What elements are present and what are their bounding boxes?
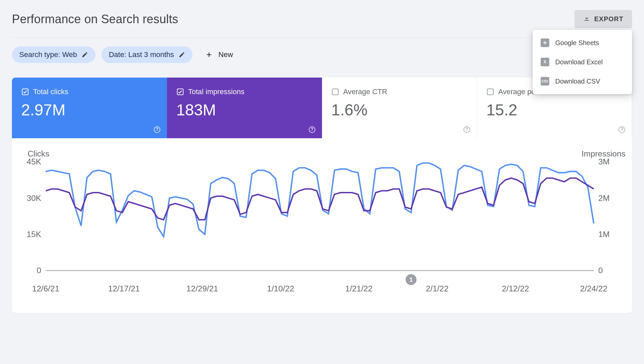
filter-chip-search-type[interactable]: Search type: Web — [12, 46, 95, 63]
checkbox-unchecked-icon — [486, 88, 494, 96]
performance-card: Total clicks 2.97M ? Total impressions 1… — [12, 78, 632, 313]
svg-text:2/24/22: 2/24/22 — [580, 284, 607, 293]
svg-rect-9 — [487, 89, 493, 95]
metric-title: Total clicks — [33, 88, 68, 96]
export-menu: + Google Sheets X Download Excel CSV Dow… — [533, 30, 632, 94]
svg-text:12/6/21: 12/6/21 — [32, 284, 59, 293]
page-title: Performance on Search results — [12, 12, 178, 26]
export-option-google-sheets[interactable]: + Google Sheets — [533, 33, 632, 52]
svg-text:0: 0 — [37, 266, 41, 275]
metric-title: Total impressions — [188, 88, 244, 96]
chart-svg: ClicksImpressions015K30K45K01M2M3M12/6/2… — [19, 148, 625, 302]
metric-total-clicks[interactable]: Total clicks 2.97M ? — [12, 78, 167, 138]
metric-value: 15.2 — [486, 101, 622, 119]
svg-text:Clicks: Clicks — [27, 149, 49, 158]
svg-text:1: 1 — [409, 276, 413, 283]
export-button[interactable]: EXPORT — [574, 10, 632, 28]
svg-text:30K: 30K — [27, 194, 41, 203]
menu-item-label: Download Excel — [555, 58, 603, 66]
svg-text:2M: 2M — [598, 194, 610, 203]
svg-text:12/17/21: 12/17/21 — [108, 284, 140, 293]
svg-text:2/12/22: 2/12/22 — [502, 284, 529, 293]
svg-text:?: ? — [465, 127, 468, 132]
svg-text:?: ? — [311, 127, 314, 132]
metric-value: 1.6% — [331, 101, 467, 119]
svg-text:45K: 45K — [27, 157, 41, 166]
help-icon[interactable]: ? — [463, 126, 471, 134]
svg-text:1M: 1M — [598, 230, 610, 239]
svg-rect-6 — [332, 89, 338, 95]
svg-text:Impressions: Impressions — [581, 149, 625, 158]
help-icon[interactable]: ? — [308, 126, 316, 134]
download-icon — [583, 15, 590, 24]
svg-text:?: ? — [156, 127, 159, 132]
checkbox-checked-icon — [176, 88, 184, 96]
plus-icon — [205, 51, 213, 59]
checkbox-unchecked-icon — [331, 88, 339, 96]
pencil-icon — [81, 51, 88, 58]
pencil-icon — [179, 51, 185, 58]
export-label: EXPORT — [594, 15, 623, 23]
export-option-download-excel[interactable]: X Download Excel — [533, 52, 632, 72]
metric-total-impressions[interactable]: Total impressions 183M ? — [167, 78, 322, 138]
filter-chip-label: Date: Last 3 months — [109, 50, 174, 59]
metric-title: Average CTR — [343, 88, 387, 96]
svg-text:2/1/22: 2/1/22 — [426, 284, 448, 293]
menu-item-label: Download CSV — [555, 78, 600, 85]
metric-average-ctr[interactable]: Average CTR 1.6% ? — [322, 78, 477, 138]
add-filter-label: New — [218, 50, 233, 59]
checkbox-checked-icon — [21, 88, 29, 96]
svg-text:15K: 15K — [27, 230, 41, 239]
svg-text:1/21/22: 1/21/22 — [345, 284, 372, 293]
sheets-icon: + — [541, 38, 549, 47]
menu-item-label: Google Sheets — [555, 39, 599, 47]
csv-icon: CSV — [541, 77, 549, 86]
svg-text:12/29/21: 12/29/21 — [187, 284, 218, 293]
svg-text:0: 0 — [598, 266, 603, 275]
metric-value: 2.97M — [21, 101, 158, 119]
help-icon[interactable]: ? — [618, 126, 626, 134]
performance-chart: ClicksImpressions015K30K45K01M2M3M12/6/2… — [12, 138, 632, 313]
excel-icon: X — [541, 58, 549, 66]
filter-chip-label: Search type: Web — [19, 50, 77, 59]
svg-text:3M: 3M — [598, 157, 610, 166]
metric-value: 183M — [176, 101, 313, 119]
filter-chip-date[interactable]: Date: Last 3 months — [101, 46, 192, 63]
help-icon[interactable]: ? — [153, 126, 161, 134]
svg-text:?: ? — [620, 127, 623, 132]
svg-text:1/10/22: 1/10/22 — [267, 284, 294, 293]
export-option-download-csv[interactable]: CSV Download CSV — [533, 72, 632, 91]
add-filter-button[interactable]: New — [202, 47, 236, 62]
